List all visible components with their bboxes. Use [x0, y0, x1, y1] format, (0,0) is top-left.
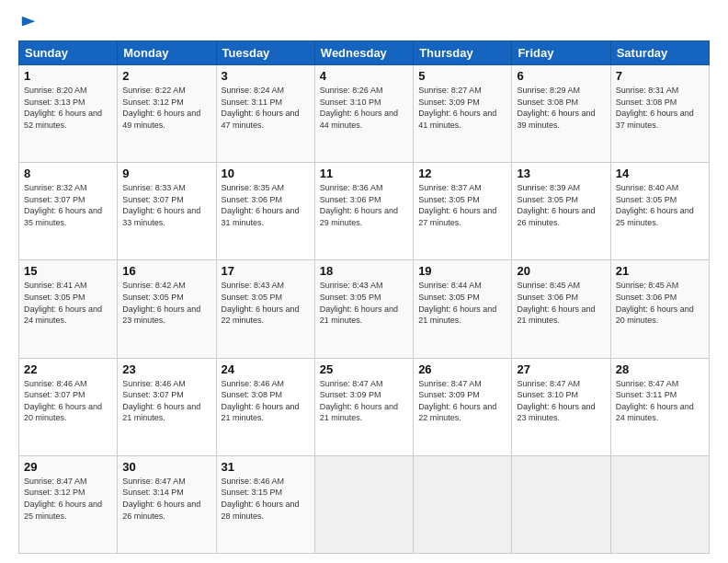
day-cell: 3 Sunrise: 8:24 AMSunset: 3:11 PMDayligh…: [216, 65, 314, 163]
logo: [18, 15, 37, 31]
day-info: Sunrise: 8:47 AMSunset: 3:09 PMDaylight:…: [320, 379, 398, 423]
week-row-1: 1 Sunrise: 8:20 AMSunset: 3:13 PMDayligh…: [19, 65, 710, 163]
day-info: Sunrise: 8:43 AMSunset: 3:05 PMDaylight:…: [222, 281, 300, 325]
day-info: Sunrise: 8:46 AMSunset: 3:08 PMDaylight:…: [222, 379, 300, 423]
day-info: Sunrise: 8:39 AMSunset: 3:05 PMDaylight:…: [517, 183, 595, 227]
day-cell: 24 Sunrise: 8:46 AMSunset: 3:08 PMDaylig…: [216, 358, 314, 455]
day-number: 1: [24, 69, 112, 83]
day-cell: 7 Sunrise: 8:31 AMSunset: 3:08 PMDayligh…: [610, 65, 709, 163]
day-cell: 1 Sunrise: 8:20 AMSunset: 3:13 PMDayligh…: [19, 65, 118, 163]
day-cell: 27 Sunrise: 8:47 AMSunset: 3:10 PMDaylig…: [512, 358, 610, 455]
day-info: Sunrise: 8:27 AMSunset: 3:09 PMDaylight:…: [418, 86, 496, 130]
col-header-tuesday: Tuesday: [216, 41, 314, 65]
day-number: 19: [418, 264, 506, 278]
day-number: 13: [517, 167, 605, 180]
day-info: Sunrise: 8:47 AMSunset: 3:12 PMDaylight:…: [24, 477, 102, 521]
day-info: Sunrise: 8:40 AMSunset: 3:05 PMDaylight:…: [616, 183, 694, 227]
calendar-header-row: SundayMondayTuesdayWednesdayThursdayFrid…: [19, 41, 710, 65]
day-info: Sunrise: 8:32 AMSunset: 3:07 PMDaylight:…: [24, 183, 102, 227]
day-number: 15: [24, 264, 112, 278]
day-info: Sunrise: 8:41 AMSunset: 3:05 PMDaylight:…: [24, 281, 102, 325]
header: [18, 15, 710, 31]
col-header-friday: Friday: [512, 41, 610, 65]
day-cell: 4 Sunrise: 8:26 AMSunset: 3:10 PMDayligh…: [314, 65, 413, 163]
day-number: 8: [24, 167, 112, 180]
day-info: Sunrise: 8:45 AMSunset: 3:06 PMDaylight:…: [517, 281, 595, 325]
day-cell: 10 Sunrise: 8:35 AMSunset: 3:06 PMDaylig…: [216, 163, 314, 260]
day-number: 6: [517, 69, 605, 83]
day-info: Sunrise: 8:36 AMSunset: 3:06 PMDaylight:…: [320, 183, 398, 227]
day-number: 20: [517, 264, 605, 278]
day-number: 29: [24, 460, 112, 474]
day-cell: 6 Sunrise: 8:29 AMSunset: 3:08 PMDayligh…: [512, 65, 610, 163]
day-number: 25: [320, 362, 408, 376]
page: SundayMondayTuesdayWednesdayThursdayFrid…: [0, 0, 728, 563]
day-info: Sunrise: 8:31 AMSunset: 3:08 PMDaylight:…: [616, 86, 694, 130]
day-number: 21: [616, 264, 704, 278]
day-info: Sunrise: 8:46 AMSunset: 3:15 PMDaylight:…: [222, 477, 300, 521]
day-info: Sunrise: 8:35 AMSunset: 3:06 PMDaylight:…: [222, 183, 300, 227]
week-row-5: 29 Sunrise: 8:47 AMSunset: 3:12 PMDaylig…: [19, 455, 710, 553]
day-number: 28: [616, 362, 704, 376]
day-cell: 15 Sunrise: 8:41 AMSunset: 3:05 PMDaylig…: [19, 260, 118, 358]
day-number: 7: [616, 69, 704, 83]
day-number: 30: [122, 460, 210, 474]
day-cell: [512, 455, 610, 553]
day-number: 14: [616, 167, 704, 180]
day-number: 10: [222, 167, 310, 180]
day-info: Sunrise: 8:47 AMSunset: 3:09 PMDaylight:…: [418, 379, 496, 423]
week-row-3: 15 Sunrise: 8:41 AMSunset: 3:05 PMDaylig…: [19, 260, 710, 358]
day-cell: 31 Sunrise: 8:46 AMSunset: 3:15 PMDaylig…: [216, 455, 314, 553]
logo-flag-icon: [20, 15, 37, 31]
day-cell: 12 Sunrise: 8:37 AMSunset: 3:05 PMDaylig…: [414, 163, 512, 260]
week-row-2: 8 Sunrise: 8:32 AMSunset: 3:07 PMDayligh…: [19, 163, 710, 260]
day-number: 5: [418, 69, 506, 83]
day-cell: 25 Sunrise: 8:47 AMSunset: 3:09 PMDaylig…: [314, 358, 413, 455]
day-info: Sunrise: 8:47 AMSunset: 3:14 PMDaylight:…: [122, 477, 200, 521]
day-cell: 21 Sunrise: 8:45 AMSunset: 3:06 PMDaylig…: [610, 260, 709, 358]
day-cell: [414, 455, 512, 553]
svg-marker-0: [22, 17, 35, 27]
day-cell: 18 Sunrise: 8:43 AMSunset: 3:05 PMDaylig…: [314, 260, 413, 358]
day-number: 26: [418, 362, 506, 376]
col-header-wednesday: Wednesday: [314, 41, 413, 65]
day-cell: 11 Sunrise: 8:36 AMSunset: 3:06 PMDaylig…: [314, 163, 413, 260]
day-info: Sunrise: 8:44 AMSunset: 3:05 PMDaylight:…: [418, 281, 496, 325]
day-number: 22: [24, 362, 112, 376]
day-cell: 2 Sunrise: 8:22 AMSunset: 3:12 PMDayligh…: [118, 65, 216, 163]
col-header-monday: Monday: [118, 41, 216, 65]
day-cell: 29 Sunrise: 8:47 AMSunset: 3:12 PMDaylig…: [19, 455, 118, 553]
day-cell: 16 Sunrise: 8:42 AMSunset: 3:05 PMDaylig…: [118, 260, 216, 358]
day-cell: 19 Sunrise: 8:44 AMSunset: 3:05 PMDaylig…: [414, 260, 512, 358]
day-number: 12: [418, 167, 506, 180]
day-info: Sunrise: 8:26 AMSunset: 3:10 PMDaylight:…: [320, 86, 398, 130]
day-cell: [610, 455, 709, 553]
day-info: Sunrise: 8:24 AMSunset: 3:11 PMDaylight:…: [222, 86, 300, 130]
col-header-thursday: Thursday: [414, 41, 512, 65]
day-number: 4: [320, 69, 408, 83]
day-info: Sunrise: 8:47 AMSunset: 3:10 PMDaylight:…: [517, 379, 595, 423]
day-info: Sunrise: 8:37 AMSunset: 3:05 PMDaylight:…: [418, 183, 496, 227]
day-info: Sunrise: 8:45 AMSunset: 3:06 PMDaylight:…: [616, 281, 694, 325]
day-info: Sunrise: 8:29 AMSunset: 3:08 PMDaylight:…: [517, 86, 595, 130]
day-number: 16: [122, 264, 210, 278]
day-info: Sunrise: 8:47 AMSunset: 3:11 PMDaylight:…: [616, 379, 694, 423]
day-cell: 28 Sunrise: 8:47 AMSunset: 3:11 PMDaylig…: [610, 358, 709, 455]
calendar: SundayMondayTuesdayWednesdayThursdayFrid…: [18, 40, 710, 554]
day-number: 9: [122, 167, 210, 180]
day-cell: 14 Sunrise: 8:40 AMSunset: 3:05 PMDaylig…: [610, 163, 709, 260]
day-cell: 26 Sunrise: 8:47 AMSunset: 3:09 PMDaylig…: [414, 358, 512, 455]
day-info: Sunrise: 8:46 AMSunset: 3:07 PMDaylight:…: [122, 379, 200, 423]
day-number: 17: [222, 264, 310, 278]
day-info: Sunrise: 8:20 AMSunset: 3:13 PMDaylight:…: [24, 86, 102, 130]
day-cell: [314, 455, 413, 553]
day-number: 27: [517, 362, 605, 376]
day-info: Sunrise: 8:22 AMSunset: 3:12 PMDaylight:…: [122, 86, 200, 130]
col-header-sunday: Sunday: [19, 41, 118, 65]
day-number: 11: [320, 167, 408, 180]
day-cell: 20 Sunrise: 8:45 AMSunset: 3:06 PMDaylig…: [512, 260, 610, 358]
day-cell: 13 Sunrise: 8:39 AMSunset: 3:05 PMDaylig…: [512, 163, 610, 260]
day-number: 23: [122, 362, 210, 376]
day-cell: 8 Sunrise: 8:32 AMSunset: 3:07 PMDayligh…: [19, 163, 118, 260]
day-cell: 30 Sunrise: 8:47 AMSunset: 3:14 PMDaylig…: [118, 455, 216, 553]
